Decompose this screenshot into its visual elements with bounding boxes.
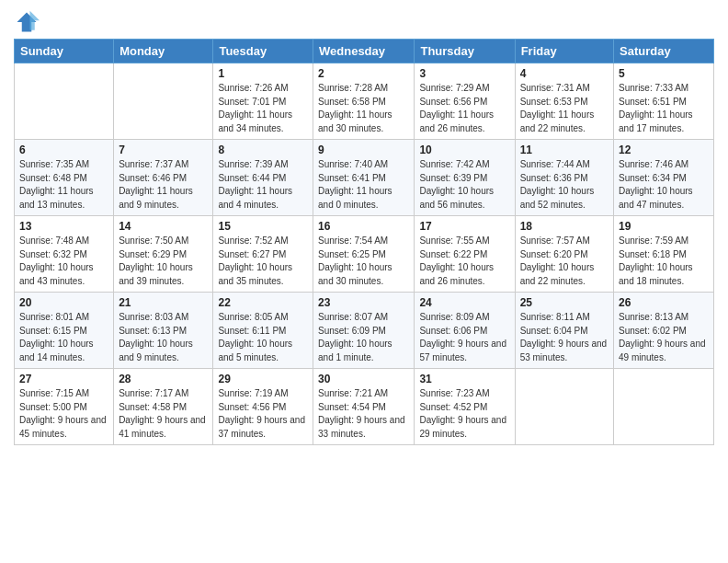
day-number: 16 bbox=[318, 220, 409, 233]
day-number: 15 bbox=[218, 220, 308, 233]
calendar-week-1: 1Sunrise: 7:26 AM Sunset: 7:01 PM Daylig… bbox=[15, 63, 714, 140]
day-number: 27 bbox=[19, 373, 108, 385]
day-info: Sunrise: 7:31 AM Sunset: 6:53 PM Dayligh… bbox=[520, 82, 609, 135]
calendar-cell: 26Sunrise: 8:13 AM Sunset: 6:02 PM Dayli… bbox=[614, 293, 714, 369]
day-info: Sunrise: 8:01 AM Sunset: 6:15 PM Dayligh… bbox=[19, 311, 108, 364]
calendar-cell: 31Sunrise: 7:23 AM Sunset: 4:52 PM Dayli… bbox=[415, 369, 515, 445]
calendar-cell: 27Sunrise: 7:15 AM Sunset: 5:00 PM Dayli… bbox=[15, 369, 114, 445]
day-info: Sunrise: 7:17 AM Sunset: 4:58 PM Dayligh… bbox=[119, 387, 208, 441]
day-info: Sunrise: 7:19 AM Sunset: 4:56 PM Dayligh… bbox=[218, 387, 308, 441]
calendar-table: SundayMondayTuesdayWednesdayThursdayFrid… bbox=[14, 39, 714, 445]
day-info: Sunrise: 7:21 AM Sunset: 4:54 PM Dayligh… bbox=[318, 387, 409, 441]
day-number: 8 bbox=[218, 144, 308, 156]
calendar-cell: 8Sunrise: 7:39 AM Sunset: 6:44 PM Daylig… bbox=[213, 140, 313, 216]
svg-marker-1 bbox=[30, 11, 40, 30]
calendar-cell: 21Sunrise: 8:03 AM Sunset: 6:13 PM Dayli… bbox=[114, 293, 213, 369]
calendar-cell: 15Sunrise: 7:52 AM Sunset: 6:27 PM Dayli… bbox=[213, 216, 313, 293]
calendar-cell: 10Sunrise: 7:42 AM Sunset: 6:39 PM Dayli… bbox=[415, 140, 515, 216]
day-number: 25 bbox=[520, 296, 609, 309]
col-header-sunday: Sunday bbox=[15, 40, 114, 63]
col-header-wednesday: Wednesday bbox=[313, 40, 415, 63]
day-info: Sunrise: 8:03 AM Sunset: 6:13 PM Dayligh… bbox=[119, 311, 208, 364]
day-number: 28 bbox=[119, 373, 208, 385]
col-header-saturday: Saturday bbox=[614, 40, 714, 63]
calendar-cell: 22Sunrise: 8:05 AM Sunset: 6:11 PM Dayli… bbox=[213, 293, 313, 369]
day-number: 21 bbox=[119, 296, 208, 309]
day-number: 19 bbox=[619, 220, 709, 233]
day-number: 7 bbox=[119, 144, 208, 156]
day-info: Sunrise: 7:35 AM Sunset: 6:48 PM Dayligh… bbox=[19, 158, 108, 212]
day-info: Sunrise: 7:46 AM Sunset: 6:34 PM Dayligh… bbox=[619, 158, 709, 212]
calendar-cell: 23Sunrise: 8:07 AM Sunset: 6:09 PM Dayli… bbox=[313, 293, 415, 369]
calendar-cell: 29Sunrise: 7:19 AM Sunset: 4:56 PM Dayli… bbox=[213, 369, 313, 445]
day-number: 26 bbox=[619, 296, 709, 309]
day-number: 31 bbox=[419, 373, 509, 385]
calendar-week-5: 27Sunrise: 7:15 AM Sunset: 5:00 PM Dayli… bbox=[15, 369, 714, 445]
day-info: Sunrise: 7:40 AM Sunset: 6:41 PM Dayligh… bbox=[318, 158, 409, 212]
day-number: 22 bbox=[218, 296, 308, 309]
calendar-week-3: 13Sunrise: 7:48 AM Sunset: 6:32 PM Dayli… bbox=[15, 216, 714, 293]
col-header-thursday: Thursday bbox=[415, 40, 515, 63]
day-info: Sunrise: 7:28 AM Sunset: 6:58 PM Dayligh… bbox=[318, 82, 409, 135]
day-info: Sunrise: 8:13 AM Sunset: 6:02 PM Dayligh… bbox=[619, 311, 709, 364]
day-number: 5 bbox=[619, 67, 709, 80]
calendar-cell: 2Sunrise: 7:28 AM Sunset: 6:58 PM Daylig… bbox=[313, 63, 415, 140]
day-number: 24 bbox=[419, 296, 509, 309]
day-number: 18 bbox=[520, 220, 609, 233]
calendar-cell bbox=[515, 369, 613, 445]
day-number: 2 bbox=[318, 67, 409, 80]
calendar-cell: 25Sunrise: 8:11 AM Sunset: 6:04 PM Dayli… bbox=[515, 293, 613, 369]
calendar-cell: 19Sunrise: 7:59 AM Sunset: 6:18 PM Dayli… bbox=[614, 216, 714, 293]
calendar-cell: 5Sunrise: 7:33 AM Sunset: 6:51 PM Daylig… bbox=[614, 63, 714, 140]
calendar-cell: 9Sunrise: 7:40 AM Sunset: 6:41 PM Daylig… bbox=[313, 140, 415, 216]
day-info: Sunrise: 8:05 AM Sunset: 6:11 PM Dayligh… bbox=[218, 311, 308, 364]
day-number: 14 bbox=[119, 220, 208, 233]
calendar-cell: 14Sunrise: 7:50 AM Sunset: 6:29 PM Dayli… bbox=[114, 216, 213, 293]
col-header-monday: Monday bbox=[114, 40, 213, 63]
day-info: Sunrise: 7:23 AM Sunset: 4:52 PM Dayligh… bbox=[419, 387, 509, 441]
day-number: 29 bbox=[218, 373, 308, 385]
calendar-cell: 17Sunrise: 7:55 AM Sunset: 6:22 PM Dayli… bbox=[415, 216, 515, 293]
col-header-tuesday: Tuesday bbox=[213, 40, 313, 63]
calendar-week-4: 20Sunrise: 8:01 AM Sunset: 6:15 PM Dayli… bbox=[15, 293, 714, 369]
day-info: Sunrise: 7:55 AM Sunset: 6:22 PM Dayligh… bbox=[419, 235, 509, 288]
calendar-cell: 13Sunrise: 7:48 AM Sunset: 6:32 PM Dayli… bbox=[15, 216, 114, 293]
day-number: 20 bbox=[19, 296, 108, 309]
day-number: 3 bbox=[419, 67, 509, 80]
calendar-header-row: SundayMondayTuesdayWednesdayThursdayFrid… bbox=[15, 40, 714, 63]
day-number: 10 bbox=[419, 144, 509, 156]
day-number: 13 bbox=[19, 220, 108, 233]
calendar-cell: 7Sunrise: 7:37 AM Sunset: 6:46 PM Daylig… bbox=[114, 140, 213, 216]
day-info: Sunrise: 7:50 AM Sunset: 6:29 PM Dayligh… bbox=[119, 235, 208, 288]
day-info: Sunrise: 7:29 AM Sunset: 6:56 PM Dayligh… bbox=[419, 82, 509, 135]
day-number: 12 bbox=[619, 144, 709, 156]
day-info: Sunrise: 7:39 AM Sunset: 6:44 PM Dayligh… bbox=[218, 158, 308, 212]
day-info: Sunrise: 7:48 AM Sunset: 6:32 PM Dayligh… bbox=[19, 235, 108, 288]
calendar-week-2: 6Sunrise: 7:35 AM Sunset: 6:48 PM Daylig… bbox=[15, 140, 714, 216]
calendar-cell: 1Sunrise: 7:26 AM Sunset: 7:01 PM Daylig… bbox=[213, 63, 313, 140]
header bbox=[14, 9, 714, 35]
day-info: Sunrise: 8:11 AM Sunset: 6:04 PM Dayligh… bbox=[520, 311, 609, 364]
day-info: Sunrise: 7:54 AM Sunset: 6:25 PM Dayligh… bbox=[318, 235, 409, 288]
day-info: Sunrise: 8:09 AM Sunset: 6:06 PM Dayligh… bbox=[419, 311, 509, 364]
day-number: 11 bbox=[520, 144, 609, 156]
page: SundayMondayTuesdayWednesdayThursdayFrid… bbox=[0, 0, 728, 563]
col-header-friday: Friday bbox=[515, 40, 613, 63]
calendar-cell: 24Sunrise: 8:09 AM Sunset: 6:06 PM Dayli… bbox=[415, 293, 515, 369]
calendar-cell: 20Sunrise: 8:01 AM Sunset: 6:15 PM Dayli… bbox=[15, 293, 114, 369]
day-info: Sunrise: 8:07 AM Sunset: 6:09 PM Dayligh… bbox=[318, 311, 409, 364]
calendar-cell: 18Sunrise: 7:57 AM Sunset: 6:20 PM Dayli… bbox=[515, 216, 613, 293]
calendar-cell: 30Sunrise: 7:21 AM Sunset: 4:54 PM Dayli… bbox=[313, 369, 415, 445]
day-info: Sunrise: 7:42 AM Sunset: 6:39 PM Dayligh… bbox=[419, 158, 509, 212]
day-number: 17 bbox=[419, 220, 509, 233]
day-number: 23 bbox=[318, 296, 409, 309]
calendar-cell: 3Sunrise: 7:29 AM Sunset: 6:56 PM Daylig… bbox=[415, 63, 515, 140]
day-info: Sunrise: 7:57 AM Sunset: 6:20 PM Dayligh… bbox=[520, 235, 609, 288]
day-info: Sunrise: 7:44 AM Sunset: 6:36 PM Dayligh… bbox=[520, 158, 609, 212]
logo bbox=[14, 9, 43, 35]
calendar-cell: 16Sunrise: 7:54 AM Sunset: 6:25 PM Dayli… bbox=[313, 216, 415, 293]
calendar-cell: 28Sunrise: 7:17 AM Sunset: 4:58 PM Dayli… bbox=[114, 369, 213, 445]
logo-icon bbox=[14, 9, 40, 35]
day-number: 1 bbox=[218, 67, 308, 80]
calendar-cell: 4Sunrise: 7:31 AM Sunset: 6:53 PM Daylig… bbox=[515, 63, 613, 140]
